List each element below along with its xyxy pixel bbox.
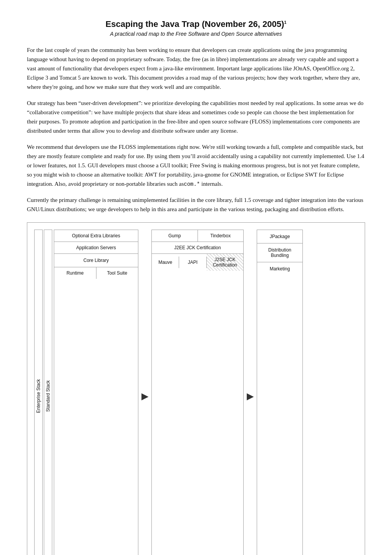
test-top-row: Gump Tinderbox xyxy=(152,230,243,242)
enterprise-stack-label: Enterprise Stack xyxy=(34,230,43,555)
runtime-tool-row: Runtime Tool Suite xyxy=(54,267,138,279)
optional-extra-libraries: Optional Extra Libraries xyxy=(54,230,138,242)
japi-cell: JAPI xyxy=(179,257,206,268)
title-date: (November 26, 2005)1 xyxy=(202,19,286,29)
app-servers: Application Servers xyxy=(54,242,138,254)
j2ee-row: J2EE JCK Certification xyxy=(152,242,243,254)
deliver-section: JPackage Distribution Bundling Marketing xyxy=(257,230,303,555)
distribution-bundling-cell: Distribution Bundling xyxy=(257,243,302,262)
test-section: Gump Tinderbox J2EE JCK Certification Ma… xyxy=(151,230,244,555)
mauve-cell: Mauve xyxy=(152,257,179,268)
core-library: Core Library xyxy=(54,254,138,267)
tinderbox-cell: Tinderbox xyxy=(198,230,244,242)
test-bottom-row: Mauve JAPI J2SE JCK Certification xyxy=(152,254,243,271)
diagram: Enterprise Stack Standard Stack Optional… xyxy=(27,222,365,555)
arrow-2: ▶ xyxy=(244,230,257,555)
page-title: Escaping the Java Trap (November 26, 200… xyxy=(27,19,365,29)
paragraph-3-text: We recommend that developers use the FLO… xyxy=(27,144,364,187)
build-section: Optional Extra Libraries Application Ser… xyxy=(54,230,138,555)
paragraph-1: For the last couple of years the communi… xyxy=(27,45,365,92)
marketing-cell: Marketing xyxy=(257,262,302,555)
paragraph-2: Our strategy has been “user-driven devel… xyxy=(27,98,365,135)
subtitle: A practical road map to the Free Softwar… xyxy=(27,31,365,37)
paragraph-3: We recommend that developers use the FLO… xyxy=(27,142,365,188)
title-text: Escaping the Java Trap xyxy=(106,19,200,29)
tool-suite-cell: Tool Suite xyxy=(96,267,138,279)
paragraph-3-end: internals. xyxy=(200,181,223,187)
gump-cell: Gump xyxy=(152,230,198,242)
j2se-cell: J2SE JCK Certification xyxy=(207,254,243,271)
paragraph-4: Currently the primary challenge is remai… xyxy=(27,195,365,214)
code-com: com.* xyxy=(184,181,200,187)
arrow-1: ▶ xyxy=(138,230,151,555)
standard-stack-label: Standard Stack xyxy=(44,230,52,555)
runtime-cell: Runtime xyxy=(54,267,96,279)
jpackage-cell: JPackage xyxy=(257,230,302,243)
